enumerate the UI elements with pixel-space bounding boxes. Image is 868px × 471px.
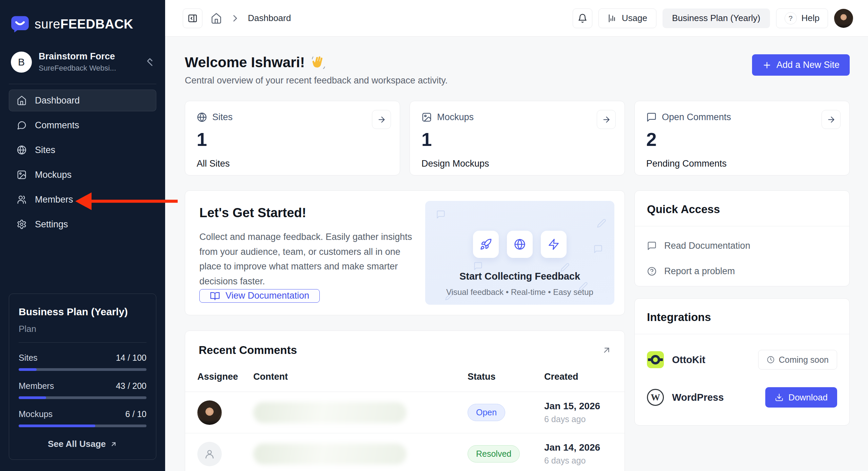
globe-icon (197, 112, 207, 123)
view-documentation-button[interactable]: View Documentation (199, 289, 320, 303)
pencil-icon (597, 219, 606, 228)
sidebar-divider (9, 84, 156, 84)
plan-title: Business Plan (Yearly) (19, 306, 146, 318)
clock-icon (767, 356, 775, 364)
wordpress-logo-icon: W (647, 389, 664, 406)
page-title: Welcome Ishwari! (185, 54, 448, 71)
read-documentation-link[interactable]: Read Documentation (647, 233, 837, 259)
table-row[interactable]: Resolved Jan 14, 2026 6 days ago (185, 433, 625, 471)
welcome-section: Welcome Ishwari! Central overview of you… (185, 54, 850, 86)
brand-logo-icon (11, 15, 29, 33)
integrations-title: Integrations (635, 299, 849, 334)
book-open-icon (210, 291, 220, 301)
download-wordpress-button[interactable]: Download (765, 387, 837, 408)
workspace-name: Brainstorm Force (39, 51, 138, 62)
blurred-comment-content (253, 444, 407, 465)
topbar: Dashboard Usage Business Plan (Yearly) ?… (165, 0, 868, 37)
usage-row-sites: Sites14 / 100 (19, 353, 146, 371)
progress-bar-sites (19, 368, 146, 371)
recent-comments-title: Recent Comments (199, 344, 297, 357)
user-avatar[interactable] (834, 9, 853, 28)
panel-title: Start Collecting Feedback (459, 271, 580, 282)
go-to-mockups-button[interactable] (597, 110, 616, 129)
get-started-title: Let's Get Started! (199, 206, 415, 220)
table-row[interactable]: Open Jan 15, 2026 6 days ago (185, 392, 625, 433)
panel-tagline: Visual feedback • Real-time • Easy setup (446, 287, 593, 297)
progress-bar-members (19, 396, 146, 399)
arrow-right-icon (377, 115, 386, 124)
current-plan-pill[interactable]: Business Plan (Yearly) (663, 8, 770, 28)
sidebar-item-dashboard[interactable]: Dashboard (9, 90, 156, 111)
usage-button[interactable]: Usage (598, 8, 656, 28)
comment-icon (593, 244, 603, 254)
add-new-site-button[interactable]: Add a New Site (752, 54, 850, 76)
panel-collapse-icon (188, 13, 198, 23)
sidebar-item-mockups[interactable]: Mockups (9, 164, 156, 186)
get-started-body: Collect and manage feedback. Easily gath… (199, 230, 415, 289)
plus-icon (762, 60, 772, 70)
go-to-sites-button[interactable] (372, 110, 391, 129)
home-icon (17, 95, 27, 106)
workspace-avatar: B (11, 52, 32, 73)
comment-icon (647, 241, 657, 251)
status-badge: Open (468, 404, 505, 421)
sidebar-collapse-button[interactable] (183, 8, 202, 28)
open-comments-count: 2 (646, 129, 838, 150)
quick-access-card: Quick Access Read Documentation Report a… (634, 190, 850, 286)
image-icon (17, 170, 27, 180)
stat-card-sites: Sites 1 All Sites (185, 101, 400, 175)
bar-chart-icon (608, 14, 617, 23)
dashboard-content: Welcome Ishwari! Central overview of you… (165, 37, 868, 471)
coming-soon-badge: Coming soon (758, 350, 837, 370)
report-problem-link[interactable]: Report a problem (647, 259, 837, 284)
page-subtitle: Central overview of your recent feedback… (185, 75, 448, 86)
gear-icon (17, 219, 27, 229)
stat-cards: Sites 1 All Sites Mockups (185, 101, 850, 175)
image-icon (421, 112, 432, 123)
sidebar-item-settings[interactable]: Settings (9, 213, 156, 235)
table-header: Assignee Content Status Created (185, 372, 625, 392)
main-area: Dashboard Usage Business Plan (Yearly) ?… (165, 0, 868, 471)
usage-row-mockups: Mockups6 / 10 (19, 409, 146, 427)
plan-subtitle: Plan (19, 324, 146, 334)
waving-hand-icon (310, 55, 326, 70)
globe-icon (507, 231, 533, 258)
sidebar-nav: Dashboard Comments Sites Mockups Members… (9, 90, 156, 235)
comment-icon (17, 120, 27, 130)
home-icon[interactable] (211, 13, 222, 24)
arrow-up-right-icon[interactable] (601, 345, 612, 355)
integration-row-ottokit: OttoKit Coming soon (647, 341, 837, 378)
bell-icon (577, 13, 588, 23)
comment-icon (473, 261, 483, 271)
get-started-card: Let's Get Started! Collect and manage fe… (185, 190, 625, 315)
notifications-button[interactable] (573, 8, 592, 28)
mockups-count: 1 (421, 129, 613, 150)
see-all-usage-link[interactable]: See All Usage (19, 439, 146, 449)
chevrons-up-down-icon (145, 57, 155, 67)
recent-comments-card: Recent Comments Assignee Content Status … (185, 331, 625, 471)
arrow-right-icon (827, 115, 836, 124)
assignee-avatar (197, 400, 222, 425)
brand-logo: sureFEEDBACK (11, 15, 156, 33)
stat-card-mockups: Mockups 1 Design Mockups (410, 101, 625, 175)
workspace-switcher[interactable]: B Brainstorm Force SureFeedback Websi... (11, 51, 155, 73)
chevron-right-icon (230, 14, 240, 23)
integrations-card: Integrations OttoKit Coming soon (634, 298, 850, 426)
stat-card-open-comments: Open Comments 2 Pending Comments (634, 101, 850, 175)
help-button[interactable]: ? Help (776, 8, 828, 28)
integration-row-wordpress: W WordPress Download (647, 378, 837, 416)
sites-count: 1 (197, 129, 388, 150)
arrow-up-right-icon (110, 440, 117, 448)
sidebar-item-comments[interactable]: Comments (9, 114, 156, 136)
go-to-comments-button[interactable] (822, 110, 841, 129)
users-icon (17, 194, 27, 205)
arrow-right-icon (602, 115, 611, 124)
ottokit-logo-icon (647, 351, 664, 368)
help-circle-icon (647, 266, 657, 276)
rocket-icon (473, 231, 499, 258)
breadcrumb: Dashboard (248, 13, 291, 23)
workspace-subtitle: SureFeedback Websi... (39, 64, 138, 73)
blurred-comment-content (253, 402, 407, 423)
sidebar-item-members[interactable]: Members (9, 189, 156, 210)
sidebar-item-sites[interactable]: Sites (9, 139, 156, 161)
